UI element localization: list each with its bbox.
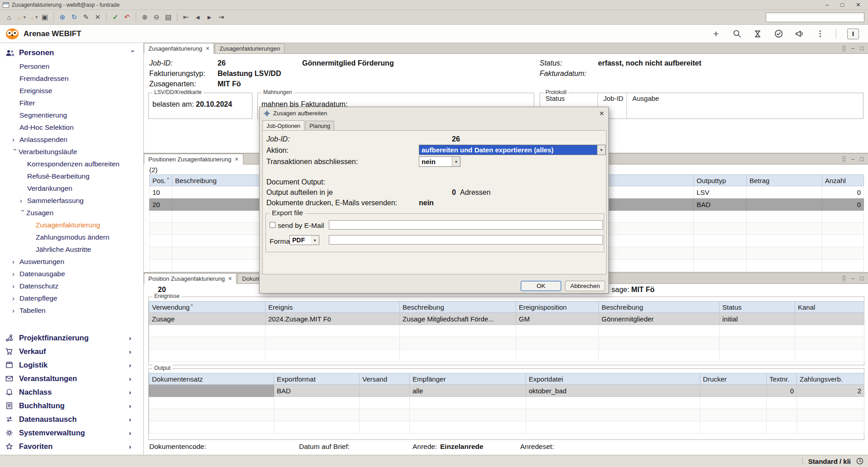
sidebar-item-verarbeitungslaeufe[interactable]: ›Verarbeitungsläufe bbox=[0, 146, 143, 158]
col-versand[interactable]: Versand bbox=[360, 373, 410, 385]
sidebar-item-zusagenfakturierung[interactable]: Zusagenfakturierung bbox=[0, 219, 143, 231]
dialog-tab-job-optionen[interactable]: Job-Optionen bbox=[262, 120, 304, 131]
tab-close-icon[interactable]: ✕ bbox=[205, 46, 209, 52]
panel-handle-icon[interactable] bbox=[842, 275, 846, 282]
panel-maximize-icon[interactable]: □ bbox=[860, 156, 863, 162]
add-button[interactable]: + bbox=[711, 29, 721, 39]
window-minimize-button[interactable]: – bbox=[825, 1, 829, 8]
col-anzahl[interactable]: Anzahl bbox=[822, 175, 864, 186]
dropdown-arrow-icon[interactable]: ▾ bbox=[311, 236, 319, 245]
sidebar-item-datenausgabe[interactable]: ›Datenausgabe bbox=[0, 268, 143, 280]
tab-zusagenfakturierung[interactable]: Zusagenfakturierung ✕ bbox=[144, 43, 214, 54]
sidebar-item-ereignisse[interactable]: Ereignisse bbox=[0, 85, 143, 97]
col-kanal[interactable]: Kanal bbox=[795, 302, 864, 313]
home-button[interactable]: ⌂ bbox=[4, 12, 14, 23]
search-button[interactable] bbox=[732, 29, 742, 39]
sidebar-item-ad-hoc-selektion[interactable]: Ad-Hoc Selektion bbox=[0, 121, 143, 133]
refresh-button[interactable]: ↻ bbox=[69, 12, 80, 23]
col-verwendung[interactable]: Verwendung^ bbox=[149, 302, 266, 313]
output-row-bad[interactable]: BAD alle oktober_bad 0 2 bbox=[149, 385, 864, 397]
sidebar-module-systemverwaltung[interactable]: Systemverwaltung › bbox=[0, 426, 143, 439]
sidebar-item-personen[interactable]: Personen bbox=[0, 60, 143, 72]
panel-maximize-icon[interactable]: □ bbox=[860, 45, 863, 52]
quick-search-input[interactable] bbox=[766, 13, 864, 22]
edit-button[interactable]: ✎ bbox=[81, 12, 91, 23]
undo-button[interactable]: ↶ bbox=[122, 12, 133, 23]
col-beschreibung-2[interactable]: Beschreibung bbox=[599, 302, 720, 313]
user-button[interactable]: I bbox=[847, 28, 859, 39]
sidebar-module-nachlass[interactable]: Nachlass › bbox=[0, 385, 143, 399]
sidebar-item-jaehrliche-austritte[interactable]: Jährliche Austritte bbox=[0, 243, 143, 255]
dropdown-arrow-icon[interactable]: ▾ bbox=[452, 157, 460, 166]
panel-minimize-icon[interactable]: – bbox=[851, 156, 854, 162]
panel-maximize-icon[interactable]: □ bbox=[860, 275, 863, 282]
col-zahlungsverb[interactable]: Zahlungsverb. bbox=[797, 373, 864, 385]
col-empfaenger[interactable]: Empfänger bbox=[410, 373, 526, 385]
tab-position-zusagenfakturierung[interactable]: Position Zusagenfakturierung ✕ bbox=[144, 273, 237, 284]
email-recipient-input[interactable] bbox=[329, 220, 603, 230]
dropdown-arrow-icon[interactable]: ▾ bbox=[597, 145, 605, 155]
zoom-in-button[interactable]: ⊕ bbox=[139, 12, 150, 23]
sidebar-item-auswertungen[interactable]: ›Auswertungen bbox=[0, 255, 143, 268]
sidebar-section-personen[interactable]: Personen › bbox=[0, 46, 143, 60]
new-record-button[interactable]: ⊕ bbox=[57, 12, 68, 23]
sidebar-module-verkauf[interactable]: Verkauf › bbox=[0, 344, 143, 358]
window-close-button[interactable]: ✕ bbox=[856, 1, 861, 8]
tab-positionen-zusagenfakturierung[interactable]: Positionen Zusagenfakturierung ✕ bbox=[144, 154, 243, 165]
sidebar-module-datenaustausch[interactable]: Datenaustausch › bbox=[0, 412, 143, 426]
sidebar-module-veranstaltungen[interactable]: Veranstaltungen › bbox=[0, 372, 143, 385]
overflow-menu-button[interactable]: ⋮ bbox=[815, 29, 825, 39]
sidebar-item-sammelerfassung[interactable]: ›Sammelerfassung bbox=[0, 194, 143, 207]
delete-button[interactable]: ✕ bbox=[92, 12, 103, 23]
window-maximize-button[interactable]: □ bbox=[840, 1, 844, 8]
pending-jobs-button[interactable] bbox=[753, 29, 763, 39]
tab-close-icon[interactable]: ✕ bbox=[235, 156, 239, 162]
col-dokumentensatz[interactable]: Dokumentensatz bbox=[149, 373, 274, 385]
col-outputtyp[interactable]: Outputtyp bbox=[694, 175, 747, 186]
print-button[interactable]: ▤ bbox=[163, 12, 174, 23]
sidebar-module-favoriten[interactable]: Favoriten › bbox=[0, 439, 143, 453]
nav-prev-button[interactable]: ◀ bbox=[192, 12, 203, 23]
sidebar-item-anlassspenden[interactable]: ›Anlassspenden bbox=[0, 133, 143, 146]
export-filename-input[interactable] bbox=[329, 235, 603, 245]
ok-button[interactable]: OK bbox=[521, 281, 561, 291]
tab-zusagenfakturierungen[interactable]: Zusagenfakturierungen bbox=[215, 43, 285, 53]
back-button[interactable]: ←▾ bbox=[15, 12, 27, 23]
sidebar-module-logistik[interactable]: Logistik › bbox=[0, 358, 143, 372]
col-beschreibung[interactable]: Beschreibung bbox=[400, 302, 516, 313]
cancel-button[interactable]: Abbrechen bbox=[565, 281, 605, 291]
sidebar-item-zusagen[interactable]: ›Zusagen bbox=[0, 207, 143, 219]
forward-button[interactable]: →▾ bbox=[28, 12, 39, 23]
sidebar-item-refuse-bearbeitung[interactable]: Refusé-Bearbeitung bbox=[0, 170, 143, 182]
sidebar-item-fremdadressen[interactable]: Fremdadressen bbox=[0, 72, 143, 85]
sidebar-item-verdankungen[interactable]: Verdankungen bbox=[0, 182, 143, 194]
panel-minimize-icon[interactable]: – bbox=[851, 45, 854, 52]
announcements-button[interactable] bbox=[794, 29, 804, 39]
col-betrag[interactable]: Betrag bbox=[747, 175, 822, 186]
panel-handle-icon[interactable] bbox=[842, 45, 846, 52]
confirm-button[interactable]: ✓ bbox=[110, 12, 121, 23]
format-dropdown[interactable]: PDF ▾ bbox=[289, 235, 319, 245]
col-drucker[interactable]: Drucker bbox=[700, 373, 767, 385]
sidebar-module-buchhaltung[interactable]: Buchhaltung › bbox=[0, 399, 143, 412]
sidebar-item-tabellen[interactable]: ›Tabellen bbox=[0, 304, 143, 316]
tab-close-icon[interactable]: ✕ bbox=[228, 276, 232, 282]
sidebar-item-filter[interactable]: Filter bbox=[0, 97, 143, 109]
col-ereignisposition[interactable]: Ereignisposition bbox=[516, 302, 599, 313]
col-textnr[interactable]: Textnr. bbox=[767, 373, 797, 385]
dialog-tab-planung[interactable]: Planung bbox=[305, 121, 334, 131]
tasks-done-button[interactable] bbox=[773, 29, 783, 39]
transaktionen-dropdown[interactable]: nein ▾ bbox=[419, 156, 460, 167]
sidebar-item-datenschutz[interactable]: ›Datenschutz bbox=[0, 280, 143, 292]
nav-next-button[interactable]: ▶ bbox=[204, 12, 215, 23]
nav-last-button[interactable]: ⇥ bbox=[216, 12, 227, 23]
aktion-dropdown[interactable]: aufbereiten und Daten exportieren (alles… bbox=[419, 145, 606, 155]
sidebar-module-projektfinanzierung[interactable]: Projektfinanzierung › bbox=[0, 331, 143, 344]
col-pos[interactable]: Pos.^ bbox=[150, 175, 172, 186]
sidebar-item-segmentierung[interactable]: Segmentierung bbox=[0, 109, 143, 121]
panel-minimize-icon[interactable]: – bbox=[851, 275, 854, 282]
panel-handle-icon[interactable] bbox=[842, 156, 846, 162]
col-exportformat[interactable]: Exportformat bbox=[274, 373, 360, 385]
dialog-close-icon[interactable]: ✕ bbox=[599, 110, 604, 117]
col-status[interactable]: Status bbox=[720, 302, 795, 313]
